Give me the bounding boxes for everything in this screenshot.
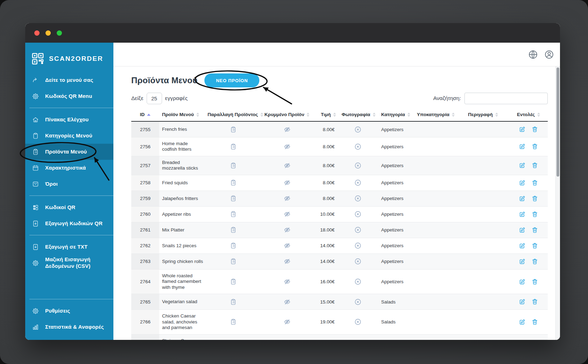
photo-status-cell <box>340 191 376 206</box>
sidebar-item-export-txt[interactable]: Εξαγωγή σε TXT <box>25 239 113 255</box>
delete-product-button[interactable] <box>531 318 539 326</box>
vertical-scrollbar[interactable] <box>555 66 560 340</box>
eye-off-icon[interactable] <box>284 318 291 326</box>
edit-product-button[interactable] <box>518 278 526 286</box>
edit-product-button[interactable] <box>518 318 526 326</box>
circle-x-icon[interactable] <box>354 318 362 326</box>
column-header-7[interactable]: Υποκατηγορία <box>415 109 457 121</box>
edit-product-button[interactable] <box>518 257 526 266</box>
eye-off-icon[interactable] <box>284 226 291 234</box>
eye-off-icon[interactable] <box>284 278 291 285</box>
clipboard-list-icon[interactable] <box>230 195 237 202</box>
clipboard-list-icon[interactable] <box>230 179 237 186</box>
delete-product-button[interactable] <box>531 210 539 219</box>
close-window-button[interactable] <box>34 30 40 36</box>
eye-off-icon[interactable] <box>284 162 291 169</box>
eye-off-icon[interactable] <box>284 242 291 249</box>
edit-product-button[interactable] <box>518 226 526 234</box>
sidebar-item-stats-reports[interactable]: Στατιστικά & Αναφορές <box>25 319 113 335</box>
sidebar-item-qr-codes[interactable]: Κωδικοί QR <box>25 199 113 215</box>
app-logo[interactable]: SCAN2ORDER <box>31 52 109 66</box>
delete-product-button[interactable] <box>531 142 539 151</box>
edit-product-button[interactable] <box>518 210 526 219</box>
edit-product-button[interactable] <box>518 179 526 187</box>
minimize-window-button[interactable] <box>46 30 51 36</box>
edit-product-button[interactable] <box>518 125 526 134</box>
sidebar-item-menu-categories[interactable]: Κατηγορίες Μενού <box>25 128 113 144</box>
subcategory-cell <box>415 191 457 206</box>
user-circle-icon[interactable] <box>544 49 554 60</box>
clipboard-list-icon[interactable] <box>230 143 237 150</box>
sidebar-item-menu-products[interactable]: Προϊόντα Μενού <box>25 144 113 160</box>
fullscreen-window-button[interactable] <box>57 30 62 36</box>
column-header-5[interactable]: Φωτογραφία <box>340 109 376 121</box>
delete-product-button[interactable] <box>531 179 539 187</box>
clipboard-list-icon[interactable] <box>230 162 237 169</box>
edit-product-button[interactable] <box>518 142 526 151</box>
clipboard-list-icon[interactable] <box>230 226 237 234</box>
delete-product-button[interactable] <box>531 194 539 203</box>
edit-product-button[interactable] <box>518 298 526 306</box>
clipboard-list-icon[interactable] <box>230 210 237 218</box>
delete-product-button[interactable] <box>531 278 539 286</box>
circle-x-icon[interactable] <box>354 258 362 265</box>
circle-x-icon[interactable] <box>354 298 362 306</box>
eye-off-icon[interactable] <box>284 298 291 306</box>
column-header-3[interactable]: Κρυμμένο Προϊόν <box>261 109 313 121</box>
edit-product-button[interactable] <box>518 161 526 170</box>
sidebar-item-features[interactable]: Χαρακτηριστικά <box>25 160 113 176</box>
delete-product-button[interactable] <box>531 257 539 266</box>
eye-off-icon[interactable] <box>284 126 291 133</box>
sidebar-divider <box>29 108 113 108</box>
eye-off-icon[interactable] <box>284 258 291 265</box>
clipboard-list-icon[interactable] <box>230 318 237 326</box>
delete-product-button[interactable] <box>531 125 539 134</box>
clipboard-list-icon[interactable] <box>230 126 237 133</box>
clipboard-list-icon[interactable] <box>230 258 237 265</box>
globe-icon[interactable] <box>528 49 538 60</box>
eye-off-icon[interactable] <box>284 179 291 186</box>
photo-status-cell <box>340 238 376 254</box>
circle-x-icon[interactable] <box>354 226 362 234</box>
column-header-0[interactable]: ID <box>131 109 159 121</box>
circle-x-icon[interactable] <box>354 179 362 186</box>
clipboard-list-icon[interactable] <box>230 242 237 249</box>
sidebar-item-bulk-import-csv[interactable]: Μαζική Εισαγωγή Δεδομένων (CSV) <box>25 255 113 271</box>
sidebar-item-view-your-menu[interactable]: Δείτε το μενού σας <box>25 72 113 88</box>
column-header-1[interactable]: Προϊόν Μενού <box>159 109 205 121</box>
column-header-4[interactable]: Τιμή <box>313 109 340 121</box>
sidebar-item-dashboard[interactable]: Πίνακας Ελέγχου <box>25 112 113 128</box>
circle-x-icon[interactable] <box>354 242 362 249</box>
search-input[interactable] <box>464 93 548 104</box>
column-header-6[interactable]: Κατηγορία <box>376 109 415 121</box>
delete-product-button[interactable] <box>531 298 539 306</box>
circle-x-icon[interactable] <box>354 126 362 133</box>
sidebar-item-export-qr-codes[interactable]: Εξαγωγή Κωδικών QR <box>25 215 113 231</box>
column-header-9[interactable]: Εντολές <box>509 109 548 121</box>
eye-off-icon[interactable] <box>284 195 291 202</box>
clipboard-list-icon[interactable] <box>230 298 237 306</box>
circle-x-icon[interactable] <box>354 162 362 169</box>
edit-product-button[interactable] <box>518 194 526 203</box>
edit-product-button[interactable] <box>518 242 526 250</box>
hidden-product-cell <box>261 310 313 334</box>
eye-off-icon[interactable] <box>284 210 291 218</box>
entries-count-input[interactable] <box>147 93 162 104</box>
column-header-8[interactable]: Περιγραφή <box>457 109 509 121</box>
sidebar-item-qr-menu-code[interactable]: Κωδικός QR Menu <box>25 88 113 104</box>
sidebar-item-terms[interactable]: Όροι <box>25 176 113 192</box>
circle-x-icon[interactable] <box>354 195 362 202</box>
circle-x-icon[interactable] <box>354 278 362 285</box>
delete-product-button[interactable] <box>531 161 539 170</box>
new-product-button[interactable]: ΝΕΟ ΠΡΟΪΟΝ <box>204 73 259 87</box>
delete-product-button[interactable] <box>531 242 539 250</box>
delete-product-button[interactable] <box>531 226 539 234</box>
clipboard-list-icon[interactable] <box>230 278 237 285</box>
circle-x-icon[interactable] <box>354 143 362 150</box>
scrollbar-thumb[interactable] <box>556 67 559 177</box>
eye-off-icon[interactable] <box>284 143 291 150</box>
circle-x-icon[interactable] <box>354 210 362 218</box>
product-id-cell: 2763 <box>131 254 159 269</box>
sidebar-item-settings[interactable]: Ρυθμίσεις <box>25 303 113 319</box>
column-header-2[interactable]: Παραλλαγή Προϊόντος <box>205 109 261 121</box>
